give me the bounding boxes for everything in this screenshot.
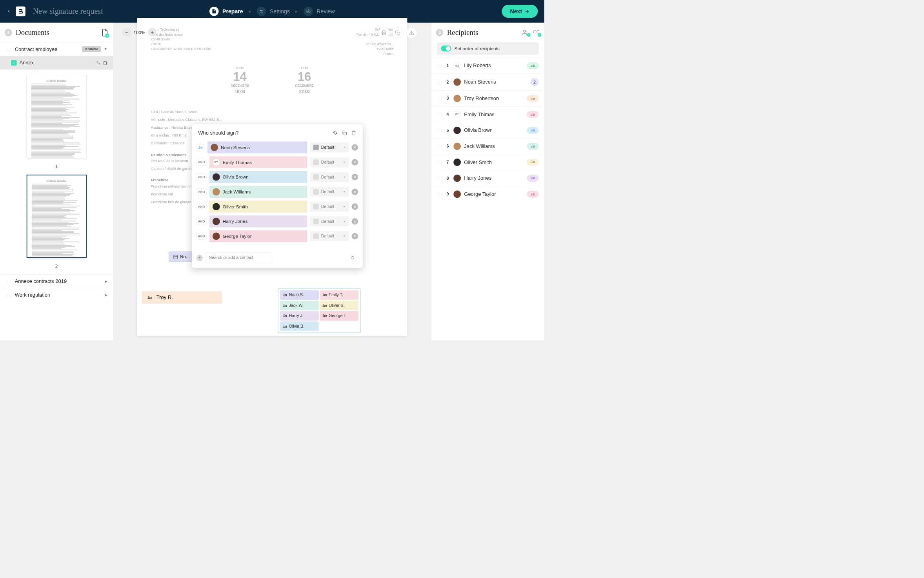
signature-grid-item[interactable]: JmEmily T. [320,290,358,300]
drag-handle-icon[interactable]: ⋮⋮ [5,279,12,283]
page-thumb-2[interactable]: Conditions de location [26,175,86,258]
swap-icon[interactable] [96,60,100,65]
page-label: 1 [55,164,58,170]
signature-grid-item[interactable]: JmNoah S. [280,290,319,300]
documents-header: 3 Documents [0,23,113,42]
recipient-row[interactable]: ⋮⋮ 9 George Taylor Jm [431,186,544,202]
recipient-row[interactable]: ⋮⋮ 6 Jack Williams Jm [431,138,544,154]
default-select[interactable]: Default ▼ [310,142,349,153]
drag-handle-icon[interactable]: ⋮⋮ [437,128,443,132]
gear-icon[interactable] [333,130,338,135]
next-button[interactable]: Next [502,5,538,18]
default-select[interactable]: Default ▼ [310,231,349,241]
trash-icon[interactable] [103,60,107,65]
zoom-in-button[interactable]: + [148,28,156,36]
color-square [313,204,319,209]
remove-signer-button[interactable]: ✕ [351,203,358,210]
add-signer-button[interactable]: + [196,255,203,261]
document-viewer: − 100% + Virtuo Technologies 5 rue des I… [113,23,431,341]
chevron-right-icon[interactable]: ▶ [105,279,107,283]
signer-name-box[interactable]: Harry Jones [209,215,307,228]
drag-handle-icon[interactable]: ⋮⋮ [437,192,443,196]
default-select[interactable]: Default ▼ [310,187,349,197]
drag-handle-icon[interactable]: ⋮⋮ [437,160,443,164]
signer-name-box[interactable]: Olivia Brown [209,171,307,183]
signer-name-box[interactable]: Jack Williams [209,186,307,198]
signer-name-box[interactable]: Noah Stevens [207,141,307,153]
signature-icon: Jm [283,303,287,308]
recipient-row[interactable]: ⋮⋮ 7 Oliver Smith Jm [431,154,544,170]
drag-handle-icon[interactable]: ⋮⋮ [5,47,12,51]
signer-name-box[interactable]: George Taylor [209,230,307,243]
signer-name: Olivia Brown [223,174,249,180]
step-prepare[interactable]: Prepare [209,7,243,16]
recipient-row[interactable]: ⋮⋮ 5 Olivia Brown Jm [431,122,544,139]
drag-handle-icon[interactable]: ⋮⋮ [437,113,443,116]
signature-grid-item[interactable]: JmGeorge T. [320,311,358,321]
doc-annex[interactable]: ✓ Annex [0,56,113,70]
and-badge: AND [196,218,207,225]
remove-signer-button[interactable]: ✕ [351,159,358,165]
app-logo[interactable] [16,6,25,16]
recipient-row[interactable]: ⋮⋮ 1 RZ Lily Roberts Jm [431,58,544,74]
signer-name-box[interactable]: Oliver Smith [209,201,307,213]
recipients-title: Recipients [447,28,519,37]
recipient-num: 3 [447,96,450,101]
signer-name-box[interactable]: ET Emily Thomas [209,156,307,168]
step-review[interactable]: Review [304,7,335,16]
avatar [453,190,461,198]
drag-handle-icon[interactable]: ⋮⋮ [437,97,443,100]
signer-name: Oliver Smith [223,204,248,210]
add-cc-button[interactable]: CC [533,29,540,36]
checkbox-checked-icon[interactable]: ✓ [11,60,16,66]
zoom-out-button[interactable]: − [122,28,131,36]
doc-annexe-contracts[interactable]: ⋮⋮ Annexe contracts 2019 ▶ [0,274,113,288]
add-recipient-button[interactable] [522,29,529,36]
trash-icon[interactable] [351,130,356,135]
default-select[interactable]: Default ▼ [310,157,349,168]
signature-grid-item[interactable]: JmOlivia B. [280,321,319,331]
search-contact-input[interactable] [206,252,272,263]
back-arrow-icon[interactable] [6,9,11,14]
chevron-down-icon[interactable]: ▼ [104,47,107,51]
signature-field-troy[interactable]: Jm Troy R. [142,291,222,304]
doc-contract-employee[interactable]: ⋮⋮ Contract employee Annexe ▼ [0,42,113,56]
recipient-row[interactable]: ⋮⋮ 8 Harry Jones Jm [431,170,544,186]
signature-grid-item[interactable]: JmHarry J. [280,311,319,321]
recipient-row[interactable]: ⋮⋮ 3 Troy Robertson Jm [431,90,544,106]
recipient-row[interactable]: ⋮⋮ 4 ET Emily Thimas Jm [431,106,544,122]
signature-grid-item[interactable]: JmJack W. [280,301,319,310]
step-settings[interactable]: Settings [257,7,290,16]
recipient-num: 2 [447,80,450,84]
avatar [213,203,220,210]
remove-signer-button[interactable]: ✕ [351,174,358,180]
signature-field-noah[interactable]: No... [169,252,194,262]
recipient-name: Oliver Smith [464,159,524,165]
remove-signer-button[interactable]: ✕ [351,218,358,224]
add-document-button[interactable] [102,28,109,36]
drag-handle-icon[interactable]: ⋮⋮ [437,176,443,180]
remove-signer-button[interactable]: ✕ [351,189,358,195]
copy-button[interactable] [392,27,403,38]
drag-handle-icon[interactable]: ⋮⋮ [437,144,443,148]
drag-handle-icon[interactable]: ⋮⋮ [5,293,12,297]
doc-work-regulation[interactable]: ⋮⋮ Work regulation ▶ [0,288,113,302]
remove-signer-button[interactable]: ✕ [351,233,358,239]
signature-grid-item[interactable]: JmOliver S. [320,301,358,310]
default-select[interactable]: Default ▼ [310,216,349,226]
order-toggle[interactable] [441,46,451,51]
chevron-right-icon[interactable]: ▶ [105,293,107,297]
default-select[interactable]: Default ▼ [310,172,349,182]
copy-icon[interactable] [342,130,347,135]
remove-signer-button[interactable]: ✕ [351,144,358,151]
signer-row: AND Oliver Smith Default ▼ ✕ [196,201,358,213]
drag-handle-icon[interactable]: ⋮⋮ [437,80,443,84]
drag-handle-icon[interactable]: ⋮⋮ [437,64,443,67]
avatar [213,218,220,225]
page-thumb-1[interactable]: Conditions de location [26,75,86,158]
print-button[interactable] [378,27,389,38]
default-select[interactable]: Default ▼ [310,202,349,212]
avatar [453,142,461,150]
download-button[interactable] [406,27,417,38]
recipient-row[interactable]: ⋮⋮ 2 Noah Stevens 2 [431,73,544,90]
